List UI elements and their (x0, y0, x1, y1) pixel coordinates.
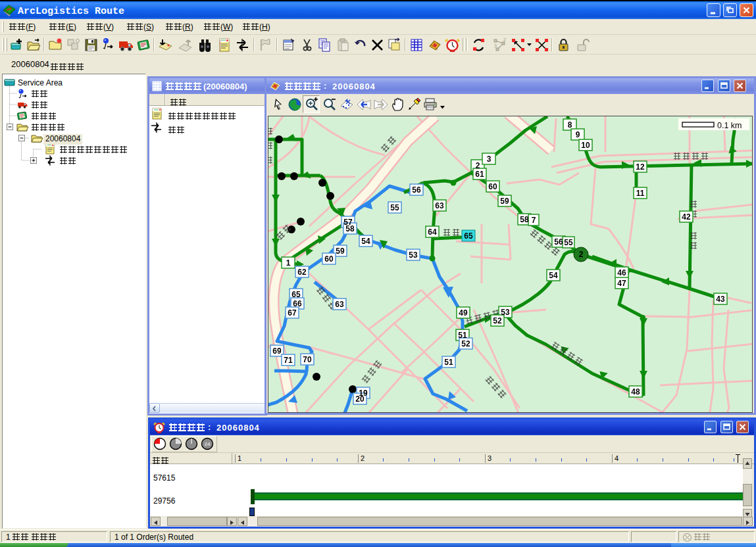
svg-text:11: 11 (636, 189, 645, 198)
svg-text:48: 48 (631, 387, 640, 396)
svg-text:12: 12 (636, 162, 645, 172)
svg-text:51: 51 (444, 358, 453, 367)
svg-text:1: 1 (238, 454, 241, 462)
svg-text:0.1 km: 0.1 km (717, 121, 742, 130)
svg-text:10: 10 (581, 141, 590, 150)
svg-text:24: 24 (205, 441, 211, 447)
svg-text:49: 49 (459, 308, 468, 318)
svg-text:56: 56 (412, 185, 421, 195)
svg-text:54: 54 (361, 237, 370, 246)
svg-text:60: 60 (324, 254, 334, 264)
svg-text:70: 70 (303, 355, 312, 364)
svg-text:63: 63 (435, 201, 444, 210)
svg-text:63: 63 (335, 300, 344, 309)
svg-text:61: 61 (475, 170, 484, 179)
svg-text:7: 7 (532, 216, 536, 225)
svg-text:20: 20 (355, 394, 365, 404)
svg-text:52: 52 (461, 339, 470, 348)
svg-text:2: 2 (476, 161, 480, 170)
svg-text:46: 46 (617, 268, 626, 277)
svg-text:59: 59 (500, 197, 509, 206)
svg-text:55: 55 (390, 203, 399, 212)
svg-text:4: 4 (615, 454, 618, 462)
svg-text:58: 58 (520, 215, 529, 224)
svg-text:42: 42 (682, 212, 691, 222)
svg-text:43: 43 (716, 295, 725, 304)
svg-text:65: 65 (291, 290, 301, 299)
svg-text:8: 8 (568, 120, 572, 130)
svg-text:9: 9 (576, 130, 580, 139)
svg-text:3: 3 (494, 43, 497, 48)
svg-text:55: 55 (564, 238, 573, 247)
svg-text:54: 54 (549, 271, 558, 280)
svg-text:66: 66 (293, 299, 302, 308)
svg-text:47: 47 (617, 279, 626, 288)
svg-text:52: 52 (493, 316, 502, 325)
svg-text:69: 69 (272, 346, 282, 356)
svg-text:1: 1 (286, 258, 291, 268)
svg-text:59: 59 (336, 247, 345, 256)
svg-text:2: 2 (579, 250, 584, 259)
svg-text:51: 51 (458, 331, 467, 340)
svg-text:53: 53 (501, 308, 510, 317)
svg-text:56: 56 (554, 237, 563, 247)
svg-text:67: 67 (288, 308, 297, 318)
svg-text:64: 64 (428, 227, 437, 237)
svg-text:62: 62 (297, 268, 307, 277)
svg-text:58: 58 (345, 224, 355, 233)
svg-text:2: 2 (361, 454, 365, 462)
svg-text:53: 53 (409, 250, 418, 260)
svg-text:2: 2 (503, 37, 506, 42)
svg-text:71: 71 (284, 356, 293, 365)
svg-text:3: 3 (488, 454, 491, 462)
svg-text:3: 3 (487, 155, 491, 164)
svg-text:60: 60 (488, 182, 497, 191)
svg-text:65: 65 (464, 231, 473, 241)
